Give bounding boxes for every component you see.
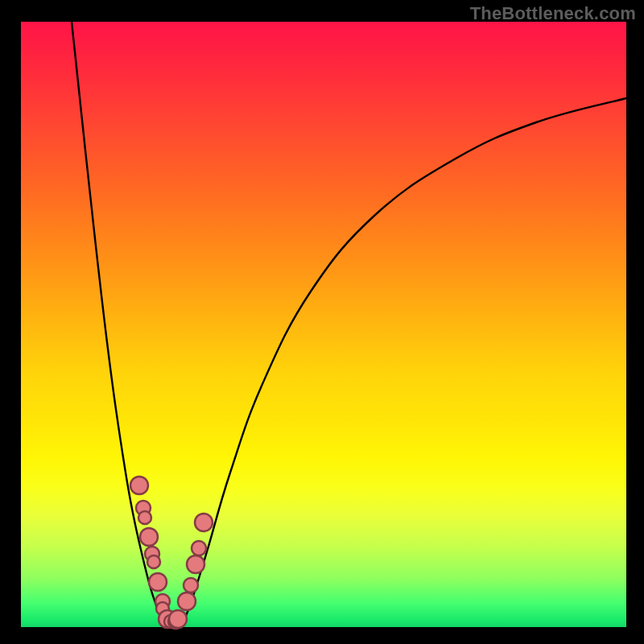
data-bead <box>184 578 198 592</box>
outer-frame: TheBottleneck.com <box>0 0 644 644</box>
data-bead <box>147 555 160 568</box>
chart-plot-area <box>21 22 626 627</box>
data-bead <box>178 592 196 610</box>
data-beads-group <box>130 477 213 629</box>
data-bead <box>149 573 167 591</box>
data-bead <box>140 528 158 546</box>
data-bead <box>192 541 206 555</box>
data-bead <box>130 477 148 494</box>
chart-svg <box>21 22 626 627</box>
data-bead <box>169 610 187 628</box>
data-bead <box>195 514 213 531</box>
data-bead <box>138 511 151 524</box>
data-bead <box>187 555 204 573</box>
